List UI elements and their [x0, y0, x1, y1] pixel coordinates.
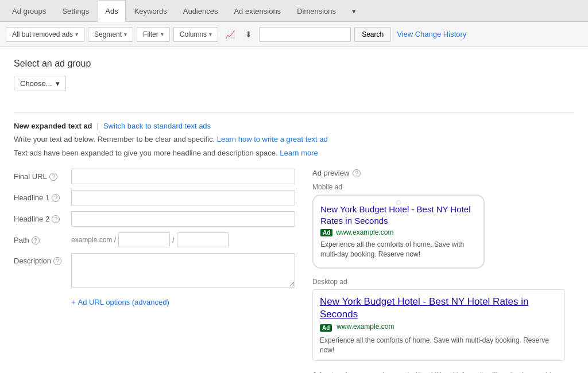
headline2-row: Headline 2 ?	[14, 211, 295, 227]
divider	[14, 112, 574, 112]
mobile-ad-title: New York Budget Hotel - Best NY Hotel Ra…	[320, 204, 477, 226]
tab-more-button[interactable]: ▾	[345, 0, 363, 22]
ad-type-sep: |	[97, 122, 99, 130]
filter-label: Filter	[143, 30, 158, 38]
description-label: Description ?	[14, 253, 71, 265]
desktop-ad-title: New York Budget Hotel - Best NY Hotel Ra…	[320, 296, 558, 321]
ad-preview-section: Ad preview ? Mobile ad New York Budget H…	[312, 169, 574, 373]
all-but-removed-label: All but removed ads	[12, 30, 73, 38]
description-help-icon[interactable]: ?	[53, 257, 61, 265]
path-label: Path ?	[14, 232, 71, 244]
desktop-ad-frame: New York Budget Hotel - Best NY Hotel Ra…	[312, 289, 565, 362]
tab-audiences[interactable]: Audiences	[176, 0, 226, 22]
description-input[interactable]	[71, 253, 295, 287]
select-ad-group-title: Select an ad group	[14, 59, 574, 69]
mobile-dot	[396, 200, 401, 205]
final-url-label: Final URL ?	[14, 169, 71, 181]
path1-input[interactable]	[118, 232, 170, 247]
headline2-input[interactable]	[71, 211, 295, 227]
all-but-removed-arrow: ▾	[75, 31, 78, 37]
top-navigation: Ad groups Settings Ads Keywords Audience…	[0, 0, 588, 22]
columns-arrow: ▾	[209, 31, 212, 37]
learn-more-link[interactable]: Learn more	[280, 149, 318, 157]
columns-label: Columns	[180, 30, 207, 38]
ad-extensions-info: Ad extensions expand your ad with additi…	[312, 370, 565, 373]
mobile-ad-url-text: www.example.com	[336, 228, 393, 236]
desktop-ad-description: Experience all the comforts of home. Sav…	[320, 336, 558, 355]
final-url-row: Final URL ?	[14, 169, 295, 184]
ad-type-row: New expanded text ad | Switch back to st…	[14, 122, 574, 130]
filter-dropdown[interactable]: Filter ▾	[137, 27, 170, 42]
desktop-ad-badge: Ad	[320, 324, 332, 332]
tab-ads[interactable]: Ads	[98, 0, 125, 22]
headline1-row: Headline 1 ?	[14, 190, 295, 205]
ad-type-label: New expanded text ad	[14, 122, 92, 130]
desktop-ad-url-row: Ad www.example.com	[320, 323, 558, 334]
description-row: Description ?	[14, 253, 295, 287]
desktop-ad-label: Desktop ad	[312, 278, 574, 286]
tab-settings[interactable]: Settings	[55, 0, 96, 22]
segment-arrow: ▾	[124, 31, 127, 37]
ad-preview-title: Ad preview ?	[312, 169, 574, 177]
headline2-help-icon[interactable]: ?	[52, 215, 60, 223]
tab-ad-extensions[interactable]: Ad extensions	[226, 0, 288, 22]
search-button[interactable]: Search	[354, 27, 391, 42]
path2-input[interactable]	[177, 232, 229, 247]
tab-ad-groups[interactable]: Ad groups	[5, 0, 53, 22]
download-icon-button[interactable]: ⬇	[242, 28, 256, 41]
path-separator: /	[170, 236, 177, 244]
path-base-text: example.com /	[71, 233, 118, 247]
form-and-preview: Final URL ? Headline 1 ? Headline 2 ?	[14, 169, 574, 373]
mobile-ad-badge: Ad	[320, 229, 332, 236]
switch-text-ads-link[interactable]: Switch back to standard text ads	[103, 122, 211, 130]
view-change-history-link[interactable]: View Change History	[397, 30, 466, 38]
main-content: Select an ad group Choose... ▾ New expan…	[0, 47, 588, 373]
choose-label: Choose...	[20, 79, 52, 88]
headline2-label: Headline 2 ?	[14, 211, 71, 223]
columns-dropdown[interactable]: Columns ▾	[173, 27, 218, 42]
choose-dropdown[interactable]: Choose... ▾	[14, 76, 66, 91]
toolbar: All but removed ads ▾ Segment ▾ Filter ▾…	[0, 22, 588, 47]
mobile-ad-url: Ad www.example.com	[320, 228, 477, 236]
desktop-ad-url-text: www.example.com	[336, 323, 394, 331]
all-but-removed-dropdown[interactable]: All but removed ads ▾	[6, 27, 84, 42]
mobile-ad-description: Experience all the comforts of home. Sav…	[320, 240, 477, 259]
segment-label: Segment	[94, 30, 122, 38]
tab-dimensions[interactable]: Dimensions	[289, 0, 343, 22]
info-row-2: Text ads have been expanded to give you …	[14, 147, 574, 159]
filter-arrow: ▾	[161, 31, 164, 37]
info-row-1: Write your text ad below. Remember to be…	[14, 134, 574, 145]
ad-url-options-label: Ad URL options (advanced)	[78, 298, 169, 306]
final-url-input[interactable]	[71, 169, 295, 184]
preview-help-icon[interactable]: ?	[353, 169, 361, 177]
choose-arrow: ▾	[56, 79, 60, 88]
path-help-icon[interactable]: ?	[32, 236, 40, 244]
path-inputs: example.com / /	[71, 232, 295, 247]
headline1-label: Headline 1 ?	[14, 190, 71, 202]
headline1-input[interactable]	[71, 190, 295, 205]
path-row: Path ? example.com / /	[14, 232, 295, 247]
ad-url-options-link[interactable]: + Ad URL options (advanced)	[71, 298, 169, 306]
mobile-ad-frame: New York Budget Hotel - Best NY Hotel Ra…	[312, 195, 485, 269]
learn-write-link[interactable]: Learn how to write a great text ad	[217, 135, 328, 143]
chart-icon-button[interactable]: 📈	[222, 28, 238, 41]
ad-url-plus-icon: +	[71, 298, 76, 306]
ad-form: Final URL ? Headline 1 ? Headline 2 ?	[14, 169, 295, 373]
mobile-ad-label: Mobile ad	[312, 183, 574, 191]
headline1-help-icon[interactable]: ?	[52, 194, 60, 202]
tab-keywords[interactable]: Keywords	[127, 0, 175, 22]
final-url-help-icon[interactable]: ?	[49, 173, 57, 181]
segment-dropdown[interactable]: Segment ▾	[88, 27, 133, 42]
search-input[interactable]	[259, 27, 351, 42]
